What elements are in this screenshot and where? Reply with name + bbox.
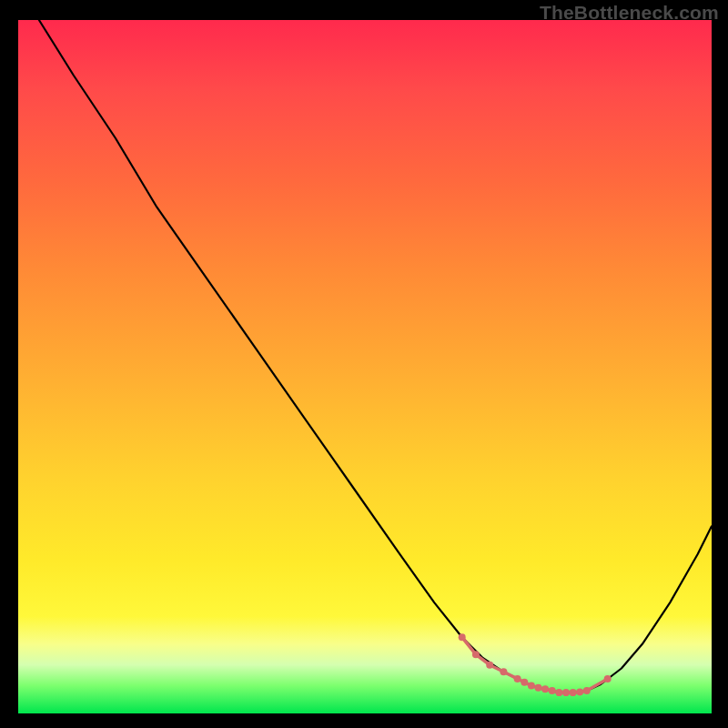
optimal-range-dot [555, 689, 562, 696]
optimal-range-dot [562, 689, 570, 696]
optimal-range-dot [514, 675, 521, 682]
optimal-range-dot [528, 682, 535, 690]
optimal-range-dot [570, 689, 577, 696]
bottleneck-curve [39, 20, 712, 693]
optimal-range-line [462, 637, 608, 693]
optimal-range-dot [521, 679, 528, 686]
optimal-range-dot [459, 633, 466, 641]
optimal-range-dot [535, 684, 542, 692]
optimal-range-dot [500, 668, 507, 675]
optimal-range-dot [604, 675, 612, 682]
optimal-range-dot [583, 687, 591, 694]
optimal-range-dot [541, 685, 549, 693]
chart-frame: TheBottleneck.com [0, 0, 728, 728]
optimal-range-dot [472, 651, 480, 658]
optimal-range-dot [576, 688, 583, 695]
optimal-range-dot [549, 687, 556, 694]
chart-svg [18, 20, 712, 713]
optimal-range-markers [459, 633, 612, 696]
chart-plot-area [18, 20, 712, 713]
optimal-range-dot [486, 662, 493, 669]
